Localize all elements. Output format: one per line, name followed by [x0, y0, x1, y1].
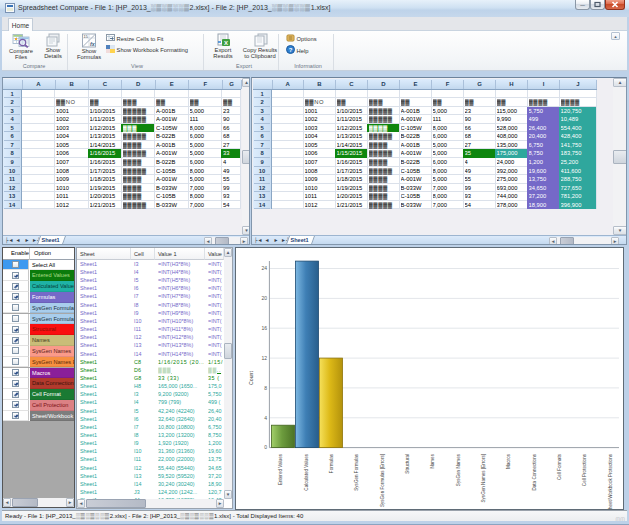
svg-text:16: 16 — [261, 325, 267, 331]
svg-text:Macros: Macros — [506, 453, 511, 469]
svg-text:SysGen Names [Errors]: SysGen Names [Errors] — [481, 454, 486, 503]
svg-text:20: 20 — [261, 295, 267, 301]
svg-text:SysGen Names: SysGen Names — [456, 453, 461, 486]
svg-text:Cell Protections: Cell Protections — [582, 453, 587, 486]
svg-text:Calculated Values: Calculated Values — [304, 453, 309, 490]
svg-text:Formulas: Formulas — [329, 453, 334, 473]
svg-text:12: 12 — [261, 355, 267, 361]
svg-text:0: 0 — [264, 444, 267, 450]
svg-text:Structural: Structural — [405, 454, 410, 474]
svg-text:4: 4 — [264, 415, 267, 421]
svg-text:Entered Values: Entered Values — [278, 453, 283, 485]
svg-text:Data Connections: Data Connections — [532, 453, 537, 490]
svg-text:8: 8 — [264, 385, 267, 391]
svg-text:Count: Count — [248, 371, 254, 385]
svg-text:15: 15 — [84, 35, 88, 39]
svg-text:Cell Formats: Cell Formats — [557, 453, 562, 480]
svg-text:SysGen Formulas: SysGen Formulas — [354, 453, 359, 490]
svg-text:?: ? — [289, 47, 293, 53]
svg-text:24: 24 — [261, 265, 267, 271]
svg-text:Sheet/Workbook Protections: Sheet/Workbook Protections — [608, 453, 613, 509]
svg-text:SysGen Formulas [Errors]: SysGen Formulas [Errors] — [380, 454, 385, 507]
svg-text:Names: Names — [430, 453, 435, 468]
svg-text:X: X — [224, 40, 228, 46]
